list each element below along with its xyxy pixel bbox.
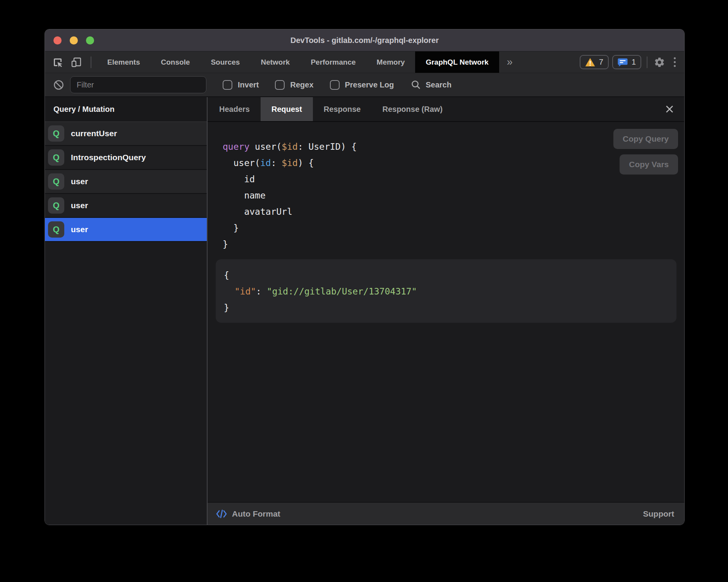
maximize-window-button[interactable]	[86, 36, 94, 45]
code-line: }	[223, 236, 357, 252]
tab-performance[interactable]: Performance	[300, 51, 366, 73]
code-line: "id": "gid://gitlab/User/13704317"	[224, 283, 417, 300]
tab-memory[interactable]: Memory	[366, 51, 416, 73]
code-line: user(id: $id) {	[223, 155, 357, 171]
query-list-item-label: user	[71, 225, 88, 234]
warning-count: 7	[599, 58, 603, 67]
query-type-badge: Q	[48, 125, 64, 142]
query-list-item-label: currentUser	[71, 129, 117, 138]
checkbox-label-invert: Invert	[238, 80, 259, 89]
code-line: {	[224, 267, 417, 283]
copy-vars-button[interactable]: Copy Vars	[620, 154, 678, 175]
window-title: DevTools - gitlab.com/-/graphql-explorer	[290, 36, 439, 45]
warnings-badge[interactable]: 7	[580, 55, 609, 69]
panel-footer: Auto Format Support	[208, 502, 684, 525]
more-options-icon[interactable]	[668, 57, 684, 67]
checkbox-row-invert[interactable]: Invert	[223, 80, 259, 90]
clear-filter-icon[interactable]	[53, 80, 64, 90]
copy-query-button[interactable]: Copy Query	[613, 129, 678, 149]
tab-console[interactable]: Console	[150, 51, 200, 73]
inspect-icon[interactable]	[52, 56, 64, 68]
devtools-window: DevTools - gitlab.com/-/graphql-explorer…	[45, 29, 685, 525]
content-area: Query / Mutation QcurrentUserQIntrospect…	[45, 97, 684, 525]
query-list-item-currentuser-0[interactable]: QcurrentUser	[45, 122, 207, 146]
query-type-badge: Q	[48, 221, 64, 238]
detail-panel: HeadersRequestResponseResponse (Raw) que…	[208, 97, 684, 525]
tab-sources[interactable]: Sources	[200, 51, 250, 73]
toolbar-divider-2	[647, 56, 647, 68]
support-link[interactable]: Support	[643, 509, 674, 519]
query-type-badge: Q	[48, 149, 64, 166]
issue-count: 1	[632, 58, 636, 67]
query-type-badge: Q	[48, 197, 64, 214]
checkbox-label-regex: Regex	[290, 80, 313, 89]
detail-tab-headers[interactable]: Headers	[208, 97, 261, 121]
detail-tab-request[interactable]: Request	[261, 97, 313, 121]
code-icon	[216, 509, 227, 519]
close-panel-icon[interactable]	[665, 104, 674, 114]
query-list-item-user-3[interactable]: Quser	[45, 194, 207, 218]
code-line: query user($id: UserID) {	[223, 139, 357, 155]
detail-tab-response-raw[interactable]: Response (Raw)	[371, 97, 453, 121]
filter-input[interactable]	[70, 76, 206, 93]
code-line: id	[223, 171, 357, 187]
device-toolbar-icon[interactable]	[70, 56, 82, 68]
auto-format-label: Auto Format	[232, 509, 280, 519]
filter-bar: InvertRegexPreserve Log Search	[45, 73, 684, 97]
tab-network[interactable]: Network	[250, 51, 300, 73]
warning-icon	[585, 58, 595, 67]
query-list-item-label: user	[71, 201, 88, 210]
status-badges: 7 1	[580, 55, 641, 69]
request-variables-box: { "id": "gid://gitlab/User/13704317"}	[216, 259, 676, 323]
detail-tabs: HeadersRequestResponseResponse (Raw)	[208, 97, 453, 121]
query-list-item-label: user	[71, 177, 88, 186]
more-tabs-chevron-icon[interactable]: »	[499, 56, 520, 68]
desktop-background: DevTools - gitlab.com/-/graphql-explorer…	[0, 0, 728, 582]
checkbox-row-regex[interactable]: Regex	[275, 80, 313, 90]
checkbox-preserve-log[interactable]	[330, 80, 340, 90]
sidebar: Query / Mutation QcurrentUserQIntrospect…	[45, 97, 208, 525]
tab-elements[interactable]: Elements	[97, 51, 150, 73]
issues-badge[interactable]: 1	[612, 55, 641, 69]
code-line: }	[224, 300, 417, 316]
main-tabs: ElementsConsoleSourcesNetworkPerformance…	[97, 51, 499, 73]
filter-checkboxes: InvertRegexPreserve Log	[206, 80, 394, 90]
tab-graphql-network[interactable]: GraphQL Network	[415, 51, 499, 73]
minimize-window-button[interactable]	[70, 36, 78, 45]
request-query-code: query user($id: UserID) { user(id: $id) …	[223, 139, 357, 252]
query-list-item-user-4[interactable]: Quser	[45, 218, 207, 242]
detail-tab-response[interactable]: Response	[313, 97, 372, 121]
request-variables-code: { "id": "gid://gitlab/User/13704317"}	[224, 267, 417, 316]
auto-format-button[interactable]: Auto Format	[216, 509, 280, 519]
titlebar: DevTools - gitlab.com/-/graphql-explorer	[45, 29, 684, 51]
query-list-item-introspectionquery-1[interactable]: QIntrospectionQuery	[45, 146, 207, 170]
close-window-button[interactable]	[53, 36, 62, 45]
code-line: avatarUrl	[223, 204, 357, 220]
message-icon	[618, 58, 628, 67]
checkbox-regex[interactable]	[275, 80, 285, 90]
toolbar-divider	[91, 56, 91, 68]
query-list-item-label: IntrospectionQuery	[71, 153, 146, 162]
query-list-item-user-2[interactable]: Quser	[45, 170, 207, 194]
sidebar-header: Query / Mutation	[45, 97, 207, 122]
detail-tabs-bar: HeadersRequestResponseResponse (Raw)	[208, 97, 684, 122]
code-line: name	[223, 187, 357, 204]
checkbox-row-preserve-log[interactable]: Preserve Log	[330, 80, 394, 90]
copy-buttons: Copy Query Copy Vars	[613, 129, 678, 175]
traffic-lights	[53, 29, 94, 51]
search-label: Search	[426, 80, 452, 89]
query-list: QcurrentUserQIntrospectionQueryQuserQuse…	[45, 122, 207, 242]
code-line: }	[223, 220, 357, 236]
search-icon	[411, 80, 421, 90]
main-toolbar: ElementsConsoleSourcesNetworkPerformance…	[45, 51, 684, 73]
gear-icon[interactable]	[654, 56, 665, 68]
checkbox-label-preserve-log: Preserve Log	[345, 80, 394, 89]
query-type-badge: Q	[48, 173, 64, 190]
search-button[interactable]: Search	[411, 80, 452, 90]
request-tab-content: query user($id: UserID) { user(id: $id) …	[208, 122, 684, 502]
checkbox-invert[interactable]	[223, 80, 232, 90]
